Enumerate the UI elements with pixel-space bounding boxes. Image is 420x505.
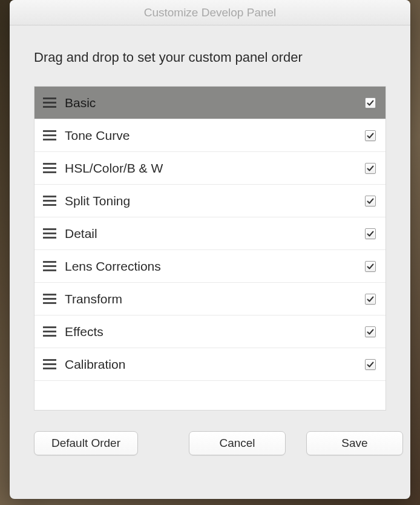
panel-checkbox[interactable] xyxy=(365,326,376,337)
panel-label: Basic xyxy=(65,96,365,110)
checkmark-icon xyxy=(366,99,375,107)
panel-row[interactable]: Transform xyxy=(34,283,386,315)
checkmark-icon xyxy=(366,262,375,271)
drag-handle-icon[interactable] xyxy=(43,130,56,140)
drag-handle-icon[interactable] xyxy=(43,196,56,206)
checkmark-icon xyxy=(366,131,375,140)
drag-handle-icon[interactable] xyxy=(43,326,56,337)
checkmark-icon xyxy=(366,360,375,369)
empty-row xyxy=(34,381,386,410)
panel-row[interactable]: Effects xyxy=(34,315,386,348)
panel-label: Calibration xyxy=(65,357,365,372)
panel-checkbox[interactable] xyxy=(365,196,376,206)
panel-row[interactable]: Split Toning xyxy=(34,185,386,217)
default-order-button[interactable]: Default Order xyxy=(34,431,138,455)
window-title: Customize Develop Panel xyxy=(144,6,277,19)
panel-label: Tone Curve xyxy=(65,128,365,143)
panel-checkbox[interactable] xyxy=(365,359,376,370)
drag-handle-icon[interactable] xyxy=(43,359,56,369)
panel-checkbox[interactable] xyxy=(365,97,376,108)
panel-label: HSL/Color/B & W xyxy=(65,161,365,176)
panel-checkbox[interactable] xyxy=(365,294,376,305)
panel-list: BasicTone CurveHSL/Color/B & WSplit Toni… xyxy=(34,86,386,411)
button-bar: Default Order Cancel Save xyxy=(34,411,386,472)
drag-handle-icon[interactable] xyxy=(43,294,56,304)
dialog-window: Customize Develop Panel Drag and drop to… xyxy=(10,0,410,499)
checkmark-icon xyxy=(366,164,375,173)
panel-checkbox[interactable] xyxy=(365,163,376,174)
panel-checkbox[interactable] xyxy=(365,130,376,141)
instruction-text: Drag and drop to set your custom panel o… xyxy=(34,50,386,65)
cancel-button[interactable]: Cancel xyxy=(189,431,286,455)
panel-row[interactable]: Lens Corrections xyxy=(34,250,386,283)
checkmark-icon xyxy=(366,328,375,336)
checkmark-icon xyxy=(366,197,375,205)
panel-label: Lens Corrections xyxy=(65,259,365,274)
titlebar: Customize Develop Panel xyxy=(10,0,410,25)
checkmark-icon xyxy=(366,229,375,238)
panel-checkbox[interactable] xyxy=(365,228,376,239)
panel-checkbox[interactable] xyxy=(365,261,376,272)
drag-handle-icon[interactable] xyxy=(43,228,56,239)
drag-handle-icon[interactable] xyxy=(43,261,56,271)
panel-row[interactable]: Detail xyxy=(34,217,386,250)
drag-handle-icon[interactable] xyxy=(43,97,56,108)
panel-row[interactable]: Tone Curve xyxy=(34,119,386,152)
panel-row[interactable]: Basic xyxy=(34,87,386,119)
dialog-content: Drag and drop to set your custom panel o… xyxy=(10,25,410,499)
panel-label: Split Toning xyxy=(65,194,365,208)
panel-label: Detail xyxy=(65,226,365,241)
panel-row[interactable]: HSL/Color/B & W xyxy=(34,152,386,185)
panel-label: Effects xyxy=(65,325,365,339)
panel-label: Transform xyxy=(65,292,365,306)
checkmark-icon xyxy=(366,295,375,303)
drag-handle-icon[interactable] xyxy=(43,163,56,173)
save-button[interactable]: Save xyxy=(306,431,403,455)
panel-row[interactable]: Calibration xyxy=(34,348,386,381)
